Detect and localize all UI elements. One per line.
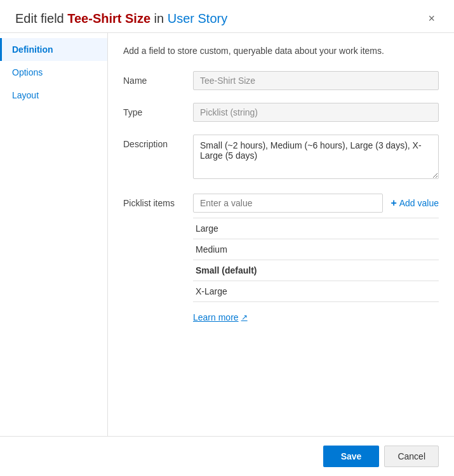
picklist-item[interactable]: Medium [193,239,439,260]
title-in: in [150,11,168,25]
picklist-row: Picklist items + Add value Large [123,194,439,322]
external-link-icon: ↗ [241,313,248,322]
add-value-button[interactable]: + Add value [391,197,439,209]
type-input-wrap [193,103,439,122]
description-input-wrap: Small (~2 hours), Medium (~6 hours), Lar… [193,135,439,181]
sidebar-item-layout[interactable]: Layout [0,84,107,107]
picklist-item[interactable]: Large [193,218,439,239]
field-name: Tee-Shirt Size [67,11,150,25]
entity-name: User Story [168,11,227,25]
learn-more-link[interactable]: Learn more ↗ [193,312,248,322]
title-prefix: Edit field [15,11,67,25]
edit-field-dialog: Edit field Tee-Shirt Size in User Story … [0,0,454,476]
type-label: Type [123,103,193,117]
cancel-button[interactable]: Cancel [384,446,439,467]
save-button[interactable]: Save [323,446,380,467]
picklist-wrap: + Add value Large Medium Small (default) [193,194,439,322]
description-row: Description Small (~2 hours), Medium (~6… [123,135,439,181]
name-label: Name [123,71,193,86]
picklist-items-list: Large Medium Small (default) X-Large [193,218,439,302]
description-label: Description [123,135,193,149]
dialog-body: Definition Options Layout Add a field to… [0,33,454,436]
name-input-wrap [193,71,439,90]
picklist-input-row: + Add value [193,194,439,213]
add-value-label: Add value [399,198,439,208]
dialog-header: Edit field Tee-Shirt Size in User Story … [0,0,454,33]
sidebar: Definition Options Layout [0,33,108,436]
picklist-item[interactable]: X-Large [193,281,439,302]
picklist-item-default[interactable]: Small (default) [193,260,439,281]
type-row: Type [123,103,439,122]
picklist-entry-input[interactable] [193,194,383,213]
name-row: Name [123,71,439,90]
close-button[interactable]: × [424,11,439,25]
type-input[interactable] [193,103,439,122]
learn-more-label: Learn more [193,312,239,322]
name-input[interactable] [193,71,439,90]
content-area: Add a field to store custom, queryable d… [108,33,454,436]
plus-icon: + [391,197,396,209]
content-description: Add a field to store custom, queryable d… [123,46,439,56]
picklist-label: Picklist items [123,194,193,208]
sidebar-item-options[interactable]: Options [0,61,107,84]
dialog-footer: Save Cancel [0,436,454,476]
sidebar-item-definition[interactable]: Definition [0,38,107,61]
description-textarea[interactable]: Small (~2 hours), Medium (~6 hours), Lar… [193,135,439,179]
dialog-title: Edit field Tee-Shirt Size in User Story [15,11,227,26]
